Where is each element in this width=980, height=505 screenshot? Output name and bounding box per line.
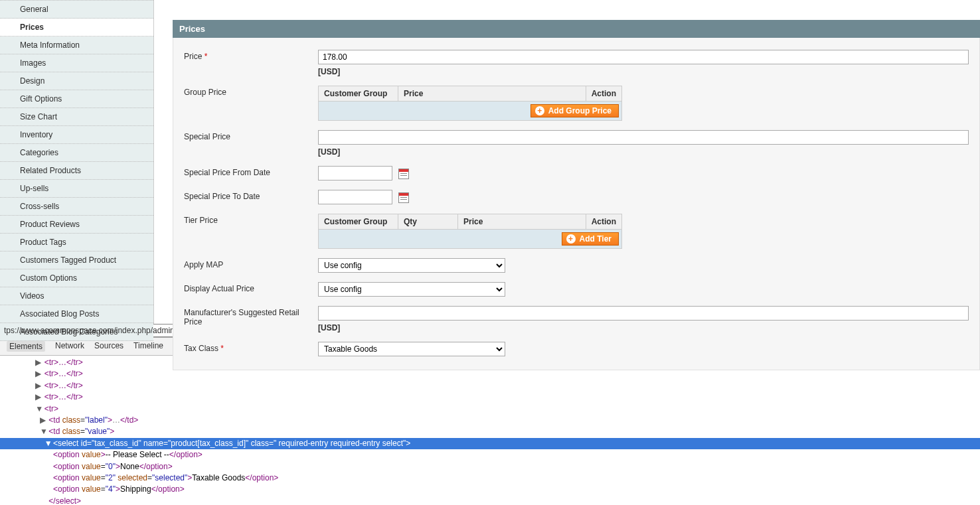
devtools-tab-timeline[interactable]: Timeline — [133, 341, 163, 352]
devtools-tab-network[interactable]: Network — [55, 341, 84, 352]
col-customer-group: Customer Group — [319, 86, 398, 102]
sidebar-item-general[interactable]: General — [0, 0, 153, 19]
sidebar-item-gift-options[interactable]: Gift Options — [0, 90, 153, 108]
group-price-table: Customer Group Price Action +Add Group P… — [318, 86, 622, 121]
special-from-input[interactable] — [318, 166, 392, 180]
sidebar-item-images[interactable]: Images — [0, 54, 153, 72]
col-price: Price — [458, 214, 586, 230]
msrp-label: Manufacturer's Suggested Retail Price — [184, 306, 318, 326]
sidebar-item-associated-blog-posts[interactable]: Associated Blog Posts — [0, 305, 153, 323]
price-currency: [USD] — [318, 67, 969, 76]
msrp-currency: [USD] — [318, 323, 969, 332]
sidebar: GeneralPricesMeta InformationImagesDesig… — [0, 0, 154, 324]
tax-class-select[interactable]: Taxable Goods — [318, 342, 505, 356]
col-action: Action — [586, 214, 621, 230]
sidebar-item-inventory[interactable]: Inventory — [0, 126, 153, 144]
sidebar-item-customers-tagged-product[interactable]: Customers Tagged Product — [0, 252, 153, 269]
sidebar-item-related-products[interactable]: Related Products — [0, 162, 153, 180]
sidebar-item-prices[interactable]: Prices — [0, 19, 153, 36]
display-actual-label: Display Actual Price — [184, 282, 318, 293]
section-title: Prices — [173, 20, 980, 38]
special-price-currency: [USD] — [318, 147, 969, 157]
sidebar-item-up-sells[interactable]: Up-sells — [0, 180, 153, 198]
sidebar-item-custom-options[interactable]: Custom Options — [0, 269, 153, 287]
sidebar-item-design[interactable]: Design — [0, 72, 153, 90]
display-actual-select[interactable]: Use config — [318, 282, 505, 297]
sidebar-item-videos[interactable]: Videos — [0, 287, 153, 305]
devtools-elements-tree[interactable]: ▶ <tr>…</tr> ▶ <tr>…</tr> ▶ <tr>…</tr> ▶… — [0, 356, 980, 505]
col-customer-group: Customer Group — [319, 214, 398, 230]
main-content: Prices Price * [USD] Group Price Custome… — [154, 0, 980, 324]
tax-class-label: Tax Class * — [184, 342, 318, 353]
special-price-input[interactable] — [318, 130, 969, 145]
calendar-icon[interactable] — [398, 192, 409, 203]
sidebar-item-categories[interactable]: Categories — [0, 144, 153, 162]
col-qty: Qty — [398, 214, 458, 230]
sidebar-item-product-tags[interactable]: Product Tags — [0, 234, 153, 252]
tier-price-label: Tier Price — [184, 214, 318, 225]
calendar-icon[interactable] — [398, 169, 409, 179]
col-action: Action — [586, 86, 621, 102]
sidebar-item-meta-information[interactable]: Meta Information — [0, 36, 153, 54]
devtools-tab-sources[interactable]: Sources — [94, 341, 123, 352]
msrp-input[interactable] — [318, 306, 969, 321]
apply-map-label: Apply MAP — [184, 258, 318, 269]
sidebar-item-cross-sells[interactable]: Cross-sells — [0, 198, 153, 216]
special-to-input[interactable] — [318, 190, 392, 204]
special-from-label: Special Price From Date — [184, 166, 318, 177]
col-price: Price — [398, 86, 586, 102]
add-tier-button[interactable]: +Add Tier — [562, 232, 619, 246]
price-label: Price * — [184, 50, 318, 61]
price-input[interactable] — [318, 50, 969, 64]
apply-map-select[interactable]: Use config — [318, 258, 505, 273]
sidebar-item-product-reviews[interactable]: Product Reviews — [0, 216, 153, 234]
special-price-label: Special Price — [184, 130, 318, 141]
plus-icon: + — [566, 234, 576, 244]
tier-price-table: Customer Group Qty Price Action +Add Tie… — [318, 214, 622, 249]
plus-icon: + — [535, 106, 544, 115]
sidebar-item-size-chart[interactable]: Size Chart — [0, 108, 153, 126]
add-group-price-button[interactable]: +Add Group Price — [531, 104, 619, 117]
special-to-label: Special Price To Date — [184, 190, 318, 201]
devtools-tab-elements[interactable]: Elements — [7, 341, 45, 352]
group-price-label: Group Price — [184, 86, 318, 97]
